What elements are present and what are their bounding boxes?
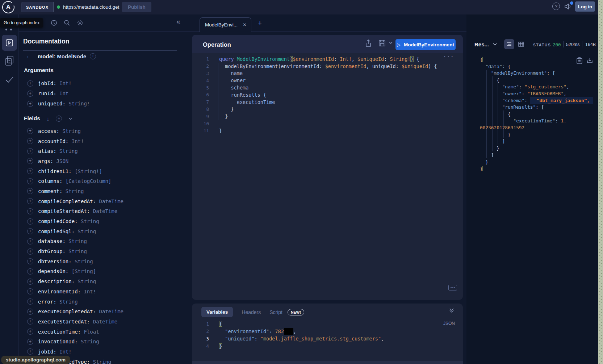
announcements-button[interactable] [564,2,573,11]
endpoint-url-group[interactable]: SANDBOX https://metadata.cloud.get [21,2,133,12]
code-line[interactable]: "name": "stg_customers", [480,83,593,90]
code-line[interactable]: { [480,110,593,117]
field-row-description[interactable]: +description: String [19,276,187,286]
add-to-query-button[interactable]: + [27,128,33,134]
settings-gear-icon[interactable] [77,20,83,26]
apollo-logo[interactable]: A [2,1,14,13]
add-to-query-button[interactable]: + [27,148,33,154]
save-options-chevron-icon[interactable] [389,42,393,44]
add-to-query-button[interactable]: + [27,348,33,355]
back-arrow-icon[interactable]: ← [26,53,32,59]
code-line[interactable]: 7 executionTime [192,99,463,106]
add-all-fields-button[interactable]: + [56,116,62,122]
add-to-query-button[interactable]: + [27,318,33,325]
field-row-environmentId[interactable]: +environmentId: Int! [19,286,187,297]
field-row-compiledSql[interactable]: +compiledSql: String [19,226,187,237]
tab-variables[interactable]: Variables [201,307,233,317]
endpoint-url-text[interactable]: https://metadata.cloud.get [63,4,120,10]
field-row-alias[interactable]: +alias: String [19,146,187,156]
add-to-query-button[interactable]: + [27,298,33,305]
response-tree-view-toggle[interactable] [504,39,514,49]
code-line[interactable]: 3 "uniqueId": "model.jaffle_shop_metrics… [192,335,463,343]
history-icon[interactable] [51,20,57,26]
add-to-query-button[interactable]: + [27,101,33,107]
field-row-error[interactable]: +error: String [19,297,187,307]
login-button[interactable]: Log in [575,1,595,12]
help-button[interactable]: ? [552,3,560,10]
field-row-uniqueId[interactable]: +uniqueId: String! [19,99,187,109]
close-icon[interactable]: ✕ [243,22,247,28]
publish-button[interactable]: Publish [122,2,151,12]
code-line[interactable]: 2 modelByEnvironment(environmentId: $env… [192,63,463,70]
tab-headers[interactable]: Headers [242,309,261,315]
code-line[interactable]: 6 runResults { [192,91,463,99]
add-to-query-button[interactable]: + [27,80,33,87]
add-to-query-button[interactable]: + [27,91,33,97]
rail-item-explorer[interactable] [2,35,17,51]
add-to-query-button[interactable]: + [27,158,33,164]
sort-descending-icon[interactable]: ↓ [47,116,50,122]
code-line[interactable]: 11} [192,127,463,134]
collapse-sidebar-icon[interactable]: « [176,17,180,26]
tab-modelbyenvironment[interactable]: ModelByEnvi... ✕ [200,17,251,32]
code-line[interactable]: } [480,145,593,151]
field-row-args[interactable]: +args: JSON [19,156,187,166]
code-line[interactable]: 10 [192,120,463,127]
field-row-executeCompletedAt[interactable]: +executeCompletedAt: DateTime [19,306,187,317]
code-line[interactable]: "modelByEnvironment": [ [480,70,593,77]
code-line[interactable]: } [480,158,593,165]
add-to-query-button[interactable]: + [27,339,33,345]
endpoint-url-field[interactable]: https://metadata.cloud.get [54,2,133,12]
field-row-invocationId[interactable]: +invocationId: String [19,336,187,347]
add-to-query-button[interactable]: + [27,208,33,214]
variables-editor[interactable]: 1{2 "environmentId": 782,3 "uniqueId": "… [192,320,463,350]
add-to-query-button[interactable]: + [27,279,33,285]
code-line[interactable]: 3 name [192,70,463,77]
code-line[interactable]: 4 owner [192,77,463,84]
code-line[interactable]: "executionTime": 1. [480,117,593,124]
code-line[interactable]: } [480,165,593,172]
code-line[interactable]: 9 } [192,113,463,120]
add-to-query-button[interactable]: + [27,138,33,144]
add-to-query-button[interactable]: + [27,258,33,264]
field-row-accountId[interactable]: +accountId: Int! [19,136,187,146]
field-row-dbtVersion[interactable]: +dbtVersion: String [19,256,187,267]
field-row-dependsOn[interactable]: +dependsOn: [String] [19,267,187,277]
code-line[interactable]: "data": { [480,63,593,70]
add-to-query-button[interactable]: + [27,329,33,335]
code-line[interactable]: } [480,131,593,138]
code-line[interactable]: 0023620128631592 [480,124,593,131]
field-row-compileStartedAt[interactable]: +compileStartedAt: DateTime [19,206,187,217]
code-line[interactable]: 1query ModelByEnvironment($environmentId… [192,55,463,63]
code-line[interactable]: 1{ [192,320,463,328]
add-to-query-button[interactable]: + [27,238,33,244]
add-to-query-button[interactable]: + [27,168,33,174]
add-field-button[interactable]: + [90,53,96,59]
add-tab-button[interactable]: + [258,19,262,27]
add-to-query-button[interactable]: + [27,248,33,255]
add-to-query-button[interactable]: + [27,198,33,204]
code-line[interactable]: "schema": “dbt_mary_jackson”, [480,97,593,104]
chevron-down-icon[interactable] [68,117,72,120]
response-table-view-toggle[interactable] [517,40,525,48]
code-line[interactable]: 5 schema [192,84,463,91]
field-row-compiledCode[interactable]: +compiledCode: String [19,216,187,226]
tab-script[interactable]: Script [269,309,282,315]
share-icon[interactable] [365,39,372,47]
keyboard-shortcuts-icon[interactable] [448,285,457,290]
code-line[interactable]: { [480,56,593,63]
add-to-query-button[interactable]: + [27,268,33,275]
field-row-jobId[interactable]: +jobId: Int! [19,347,187,357]
field-row-comment[interactable]: +comment: String [19,186,187,196]
field-row-dbtGroup[interactable]: +dbtGroup: String [19,246,187,256]
code-line[interactable]: "runResults": [ [480,104,593,111]
code-line[interactable]: ] [480,138,593,145]
add-to-query-button[interactable]: + [27,178,33,184]
run-operation-button[interactable]: ▷ ModelByEnvironment [395,39,456,50]
field-row-executeStartedAt[interactable]: +executeStartedAt: DateTime [19,317,187,327]
code-line[interactable]: { [480,76,593,83]
code-line[interactable]: 4} [192,343,463,350]
operation-editor[interactable]: 1query ModelByEnvironment($environmentId… [192,55,463,134]
rail-item-schema[interactable] [4,55,14,67]
field-row-runId[interactable]: +runId: Int [19,88,187,99]
